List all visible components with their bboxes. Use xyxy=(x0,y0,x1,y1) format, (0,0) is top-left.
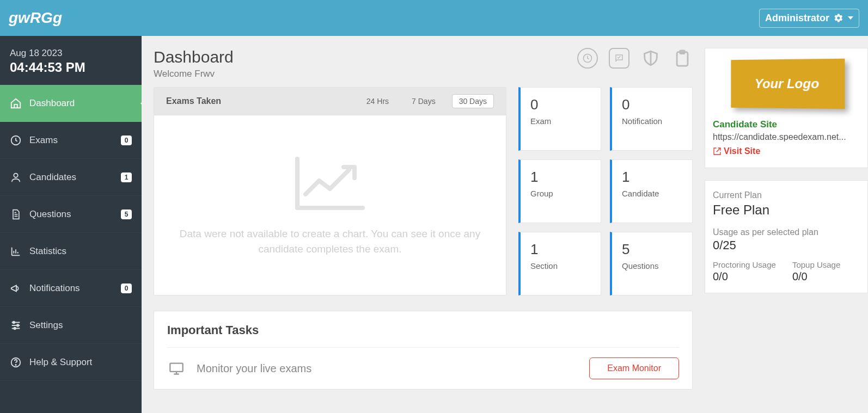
brand: gwRGg xyxy=(9,9,62,27)
chart-header: Exams Taken 24 Hrs 7 Days 30 Days xyxy=(154,88,506,115)
admin-menu-button[interactable]: Administrator xyxy=(759,9,859,28)
exam-monitor-button[interactable]: Exam Monitor xyxy=(589,357,679,379)
stat-questions[interactable]: 5Questions xyxy=(610,232,693,295)
stat-label: Notification xyxy=(622,116,682,126)
sidebar-item-label: Dashboard xyxy=(29,98,132,109)
topup-value: 0/0 xyxy=(792,270,840,283)
svg-point-4 xyxy=(14,327,16,329)
chart-placeholder-icon xyxy=(292,153,368,213)
sidebar-item-label: Settings xyxy=(29,320,132,331)
sidebar-time: 04:44:53 PM xyxy=(10,60,132,75)
visit-site-link[interactable]: Visit Site xyxy=(713,146,760,156)
chart-title: Exams Taken xyxy=(166,96,221,106)
stat-value: 0 xyxy=(622,96,682,113)
sidebar-badge: 5 xyxy=(121,209,132,219)
svg-point-6 xyxy=(15,364,16,365)
usage-value: 0/25 xyxy=(713,238,860,252)
sidebar-item-candidates[interactable]: Candidates 1 xyxy=(0,159,142,196)
sidebar-nav: Dashboard Exams 0 Candidates 1 Questions… xyxy=(0,85,142,381)
monitor-icon xyxy=(167,361,186,376)
stat-value: 1 xyxy=(530,169,591,186)
svg-rect-10 xyxy=(170,363,182,372)
sidebar-item-label: Notifications xyxy=(29,283,113,294)
stat-value: 1 xyxy=(622,169,682,186)
gear-icon xyxy=(834,13,843,23)
sidebar-item-settings[interactable]: Settings xyxy=(0,307,142,344)
stat-label: Questions xyxy=(622,261,682,270)
stat-exam[interactable]: 0Exam xyxy=(518,87,601,151)
sidebar-item-label: Exams xyxy=(29,135,113,146)
plan-card: Current Plan Free Plan Usage as per sele… xyxy=(705,180,868,293)
datetime: Aug 18 2023 04:44:53 PM xyxy=(0,36,142,85)
important-tasks-title: Important Tasks xyxy=(167,323,679,337)
sidebar-item-notifications[interactable]: Notifications 0 xyxy=(0,270,142,307)
chart-icon xyxy=(10,245,22,257)
stat-candidate[interactable]: 1Candidate xyxy=(610,159,693,223)
stat-value: 1 xyxy=(530,241,591,258)
review-icon[interactable] xyxy=(609,48,629,69)
range-7d[interactable]: 7 Days xyxy=(405,95,442,108)
task-row: Monitor your live exams Exam Monitor xyxy=(167,347,679,389)
user-icon xyxy=(10,171,22,183)
chart-empty-message: Data were not available to create a char… xyxy=(165,226,495,257)
stat-label: Exam xyxy=(530,116,591,126)
task-text: Monitor your live exams xyxy=(197,362,311,375)
candidate-site-url: https://candidate.speedexam.net... xyxy=(713,132,860,142)
topup-label: Topup Usage xyxy=(792,260,840,269)
plan-name: Free Plan xyxy=(713,202,860,218)
stat-label: Section xyxy=(530,261,591,270)
svg-point-3 xyxy=(17,324,19,326)
chevron-down-icon xyxy=(848,16,853,20)
sidebar-item-dashboard[interactable]: Dashboard xyxy=(0,85,142,122)
sidebar-item-help[interactable]: Help & Support xyxy=(0,344,142,381)
help-icon xyxy=(10,356,22,368)
sidebar-badge: 0 xyxy=(121,135,132,145)
sidebar-item-label: Candidates xyxy=(29,172,113,183)
range-tabs: 24 Hrs 7 Days 30 Days xyxy=(360,94,494,108)
external-link-icon xyxy=(713,147,722,156)
clipboard-icon[interactable] xyxy=(672,48,693,69)
visit-site-label: Visit Site xyxy=(724,146,760,156)
page-head: Dashboard Welcome Frwv xyxy=(154,48,693,79)
logo-card: Your Logo Candidate Site https://candida… xyxy=(705,48,868,168)
sliders-icon xyxy=(10,319,22,331)
exams-taken-card: Exams Taken 24 Hrs 7 Days 30 Days xyxy=(154,87,506,295)
range-30d[interactable]: 30 Days xyxy=(452,94,494,108)
proctoring-label: Proctoring Usage xyxy=(713,260,776,269)
stat-notification[interactable]: 0Notification xyxy=(610,87,693,151)
your-logo: Your Logo xyxy=(731,59,845,109)
shield-icon[interactable] xyxy=(640,48,661,69)
sidebar-badge: 1 xyxy=(121,172,132,182)
topbar: gwRGg Administrator xyxy=(0,0,868,36)
admin-menu-label: Administrator xyxy=(765,13,829,24)
recent-icon[interactable] xyxy=(577,48,598,69)
stat-label: Group xyxy=(530,189,591,198)
head-icons xyxy=(577,48,693,69)
stat-label: Candidate xyxy=(622,189,682,198)
important-tasks-card: Important Tasks Monitor your live exams … xyxy=(154,311,693,390)
clock-icon xyxy=(10,134,22,146)
stat-section[interactable]: 1Section xyxy=(518,232,601,295)
sidebar-item-exams[interactable]: Exams 0 xyxy=(0,122,142,159)
stat-grid: 0Exam 0Notification 1Group 1Candidate 1S… xyxy=(518,87,693,295)
stat-value: 0 xyxy=(530,96,591,113)
page-title: Dashboard xyxy=(154,48,234,66)
stat-value: 5 xyxy=(622,241,682,258)
range-24h[interactable]: 24 Hrs xyxy=(360,95,395,108)
megaphone-icon xyxy=(10,282,22,294)
sidebar-item-label: Statistics xyxy=(29,246,132,257)
welcome-text: Welcome Frwv xyxy=(154,69,234,79)
sidebar-date: Aug 18 2023 xyxy=(10,48,132,59)
usage-label: Usage as per selected plan xyxy=(713,227,860,237)
document-icon xyxy=(10,208,22,220)
right-column: Your Logo Candidate Site https://candida… xyxy=(705,48,868,401)
sidebar-item-statistics[interactable]: Statistics xyxy=(0,233,142,270)
svg-point-2 xyxy=(13,321,15,323)
sidebar-item-label: Questions xyxy=(29,209,113,220)
main: Dashboard Welcome Frwv Exams Taken xyxy=(142,36,868,413)
chart-body: Data were not available to create a char… xyxy=(154,115,506,295)
sidebar-item-questions[interactable]: Questions 5 xyxy=(0,196,142,233)
sidebar-badge: 0 xyxy=(121,283,132,293)
sidebar: Aug 18 2023 04:44:53 PM Dashboard Exams … xyxy=(0,36,142,413)
stat-group[interactable]: 1Group xyxy=(518,159,601,223)
